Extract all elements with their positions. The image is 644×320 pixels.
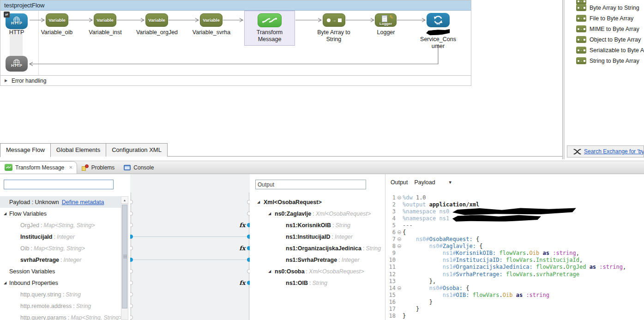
line-number: 12 [385, 271, 396, 278]
field-type: String [66, 291, 81, 298]
input-tree-group[interactable]: ◢ Flow Variables [0, 208, 121, 219]
source-anchor-connected[interactable] [130, 235, 133, 239]
fold-marker[interactable] [396, 244, 403, 248]
flow-editor-tab-message-flow[interactable]: Message Flow [0, 143, 51, 157]
input-tree-group[interactable]: Session Variables [0, 266, 121, 277]
flow-canvas[interactable]: ⇄ HTTP HTTP [0, 11, 471, 75]
output-tree-node[interactable]: ◢ ns0:Osoba :Xml<OsobaRequest> [250, 266, 385, 277]
input-search-field[interactable] [4, 180, 114, 189]
fx-expression-icon[interactable]: fx [239, 279, 247, 286]
output-tree-node[interactable]: ◢ ns0:Zaglavlje :Xml<OsobaRequest> [250, 208, 385, 219]
search-exchange-link[interactable]: Search Exchange for 'byt [584, 148, 644, 155]
variable-node[interactable]: Variable [145, 13, 168, 27]
field-type: Map<String, String> [34, 245, 85, 252]
http-listener-node[interactable]: ⇄ HTTP [6, 13, 28, 29]
payload-label: Payload : Unknown [9, 199, 59, 205]
fold-marker[interactable] [396, 230, 403, 234]
flow-editor-tabs: Message FlowGlobal ElementsConfiguration… [0, 143, 562, 157]
input-tree-field[interactable]: Oib :Map<String, String> [0, 242, 121, 254]
field-name: OrgJed [20, 222, 39, 229]
tab-transform-message[interactable]: Transform Message ✕ [0, 161, 77, 174]
variable-node[interactable]: Variable [200, 13, 223, 27]
source-anchor[interactable] [130, 270, 133, 273]
fold-marker[interactable] [396, 196, 403, 199]
palette-item[interactable]: → Object to Byte Array [576, 34, 644, 45]
error-handling-section[interactable]: ▶ Error handling [0, 75, 471, 85]
chevron-down-icon[interactable]: ▼ [448, 180, 452, 185]
palette-item[interactable]: → Byte Array to String [576, 2, 644, 13]
fold-marker[interactable] [396, 237, 403, 241]
twistie-expanded-icon[interactable]: ◢ [268, 211, 271, 216]
palette-item[interactable]: → MIME to Byte Array [576, 24, 644, 34]
logger-node[interactable]: ✎ Logger [375, 13, 397, 27]
flow-container: testprojectFlow [0, 0, 471, 86]
output-tree-node[interactable]: ◢ Xml<OsobaRequest> [250, 196, 385, 208]
flow-title: testprojectFlow [0, 0, 471, 11]
code-header: Output Payload ▼ [385, 174, 644, 190]
scroll-up-arrow[interactable]: ▲ [121, 197, 128, 204]
input-tree-field[interactable]: OrgJed :Map<String, String> [0, 219, 121, 231]
circle-glyph [327, 18, 331, 22]
close-icon[interactable]: ✕ [69, 165, 72, 170]
source-anchor[interactable] [130, 212, 133, 216]
mapping-canvas[interactable]: fxfxfx [130, 174, 250, 320]
code-line: 15 ns1#OIB: flowVars.Oib as :string [385, 291, 644, 298]
source-anchor[interactable] [130, 247, 133, 250]
palette-item[interactable]: → String to Byte Array [576, 55, 644, 66]
palette-item[interactable]: → Serializable to Byte Array [576, 45, 644, 55]
fx-expression-icon[interactable]: fx [239, 222, 247, 229]
source-anchor-connected[interactable] [130, 258, 133, 262]
variable-node[interactable]: Variable [94, 13, 116, 27]
input-tree: Payload : Unknown Define metadata◢ Flow … [0, 196, 121, 320]
input-tree-field[interactable]: InstitucijaId :Integer [0, 231, 121, 242]
byte-array-to-string-node[interactable]: → [323, 13, 345, 27]
byte-transformer-icon: → [576, 36, 586, 43]
web-service-consumer-node[interactable]: ws [427, 13, 450, 27]
output-tree-node[interactable]: ns1:InstitucijaID :Integer [250, 231, 385, 242]
flow-editor-area: testprojectFlow [0, 0, 644, 161]
input-tree-scrollbar[interactable]: ▲ [121, 196, 128, 320]
transform-message-node[interactable] [258, 13, 282, 27]
line-number: 15 [385, 292, 396, 298]
twistie-expanded-icon[interactable]: ◢ [257, 200, 260, 204]
twistie-expanded-icon[interactable]: ◢ [4, 281, 6, 285]
payload-row[interactable]: Payload : Unknown Define metadata [0, 196, 121, 208]
fx-expression-icon[interactable]: fx [239, 245, 247, 252]
tab-console[interactable]: Console [119, 161, 158, 174]
flow-editor-tab-global-elements[interactable]: Global Elements [51, 143, 106, 157]
source-anchor[interactable] [130, 200, 133, 204]
input-tree-field[interactable]: svrhaPretrage :Integer [0, 254, 121, 266]
input-tree-group[interactable]: ◢ Inbound Properties [0, 277, 121, 289]
http-response-node[interactable]: HTTP [6, 56, 28, 72]
define-metadata-link[interactable]: Define metadata [62, 199, 104, 205]
source-anchor[interactable] [130, 316, 133, 320]
source-anchor[interactable] [130, 293, 133, 296]
palette-item-label: File to Byte Array [590, 15, 633, 22]
output-tree-node[interactable]: ns1:OIB :String [250, 277, 385, 289]
source-anchor[interactable] [130, 281, 133, 285]
code-line: 2 %output application/xml [385, 201, 644, 208]
twistie-expanded-icon[interactable]: ◢ [268, 269, 271, 273]
source-anchor[interactable] [130, 223, 133, 227]
flow-editor-tab-configuration-xml[interactable]: Configuration XML [106, 143, 168, 157]
line-number: 11 [385, 264, 396, 270]
code-editor[interactable]: 1 %dw 1.02 %output application/xml3 %nam… [385, 190, 644, 320]
output-tree-node[interactable]: ns1:SvrhaPretrage :Integer [250, 254, 385, 266]
source-anchor[interactable] [130, 304, 133, 308]
output-tree-node[interactable]: ns1:OrganizacijskaJedinica :String [250, 242, 385, 254]
scrollbar-thumb[interactable] [122, 205, 127, 308]
palette-item[interactable]: → File to Byte Array [576, 13, 644, 24]
output-tree-node[interactable]: ns1:KorisnikOIB :String [250, 219, 385, 231]
variable-node[interactable]: Variable [46, 13, 68, 27]
input-tree-field[interactable]: http.remote.address :String [0, 300, 121, 312]
twistie-expanded-icon[interactable]: ◢ [4, 211, 6, 216]
payload-dropdown[interactable]: Payload [415, 179, 435, 186]
code-line: 13 }, [385, 278, 644, 284]
output-filter-field[interactable] [255, 180, 366, 189]
palette-sash[interactable] [562, 0, 565, 159]
tab-problems[interactable]: Problems [77, 161, 120, 174]
input-tree-field[interactable]: http.query.string :String [0, 289, 121, 300]
fold-marker[interactable] [396, 286, 403, 290]
input-tree-field[interactable]: http.query.params :Map<String, String> [0, 312, 121, 320]
search-exchange-bar[interactable]: Search Exchange for 'byt [567, 145, 644, 157]
